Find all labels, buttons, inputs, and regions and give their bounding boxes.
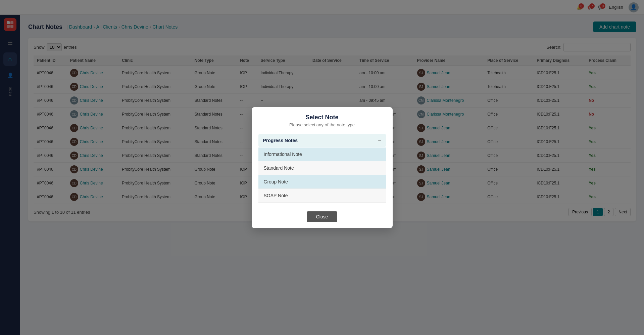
modal-body: Progress Notes − Informational NoteStand… (252, 130, 393, 207)
note-option-informational-note[interactable]: Informational Note (258, 148, 386, 161)
note-option-standard-note[interactable]: Standard Note (258, 161, 386, 175)
modal-footer: Close (252, 207, 393, 228)
progress-notes-label: Progress Notes (263, 138, 298, 143)
progress-notes-section: Progress Notes − Informational NoteStand… (258, 134, 386, 203)
modal-subtitle: Please select any of the note type (258, 122, 386, 127)
close-button[interactable]: Close (307, 211, 338, 222)
note-option-soap-note[interactable]: SOAP Note (258, 189, 386, 203)
progress-notes-header[interactable]: Progress Notes − (258, 134, 386, 147)
select-note-modal: Select Note Please select any of the not… (252, 107, 393, 228)
note-option-group-note[interactable]: Group Note (258, 175, 386, 189)
modal-header: Select Note Please select any of the not… (252, 107, 393, 130)
modal-overlay: Select Note Please select any of the not… (0, 0, 644, 335)
note-options: Informational NoteStandard NoteGroup Not… (258, 148, 386, 203)
toggle-icon: − (378, 137, 381, 143)
modal-title: Select Note (258, 114, 386, 121)
